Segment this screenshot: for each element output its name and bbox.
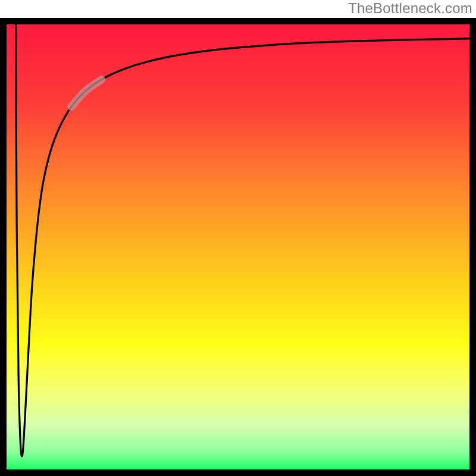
plot-background-gradient: [7, 24, 469, 469]
attribution-text: TheBottleneck.com: [348, 0, 472, 17]
bottleneck-chart: [0, 0, 476, 476]
chart-stage: TheBottleneck.com: [0, 0, 476, 476]
